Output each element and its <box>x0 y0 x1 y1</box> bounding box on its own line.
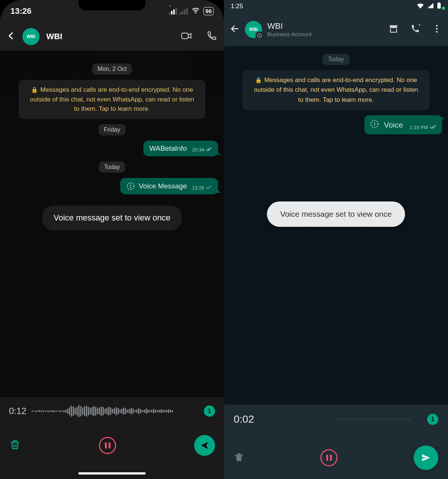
delete-recording-button[interactable] <box>234 452 244 464</box>
chat-area[interactable]: Today Messages and calls are end-to-end … <box>224 46 448 404</box>
message-time: 13:26 <box>192 185 204 191</box>
battery-icon <box>437 2 441 11</box>
voice-label: Voice Message <box>139 182 187 190</box>
view-once-icon: 1 <box>370 119 379 131</box>
chat-header: WBI WBI Business Account + <box>224 13 448 46</box>
store-button[interactable] <box>388 24 399 35</box>
cellular-signal-icon <box>427 3 434 10</box>
home-indicator[interactable] <box>78 472 146 475</box>
single-check-icon <box>205 185 212 191</box>
camera-dot <box>442 7 445 10</box>
svg-point-11 <box>436 31 438 33</box>
svg-point-10 <box>436 28 438 30</box>
waveform[interactable] <box>337 419 411 420</box>
video-call-button[interactable] <box>181 30 192 43</box>
clock: 1:25 <box>231 3 243 10</box>
back-button[interactable] <box>7 31 16 42</box>
double-check-icon <box>205 147 212 153</box>
svg-rect-4 <box>438 3 441 8</box>
message-text: WABetaInfo <box>149 144 187 153</box>
svg-text:1: 1 <box>130 184 132 188</box>
waveform[interactable] <box>32 404 199 419</box>
svg-point-0 <box>195 13 196 14</box>
voice-call-button[interactable] <box>206 30 217 43</box>
date-separator: Today <box>322 54 350 65</box>
outgoing-message[interactable]: WABetaInfo 20:34 <box>143 141 218 156</box>
view-once-toggle[interactable]: 1 <box>427 414 438 425</box>
send-button[interactable] <box>414 445 438 470</box>
view-once-icon: 1 <box>126 182 135 191</box>
avatar[interactable]: WBI <box>245 21 262 38</box>
double-check-icon <box>429 124 437 131</box>
more-options-button[interactable] <box>432 24 442 35</box>
contact-subtitle: Business Account <box>267 31 383 38</box>
avatar-label: WBI <box>249 27 258 32</box>
cellular-signal-icon <box>169 8 188 15</box>
ios-screen: 13:26 96 WBI WBI <box>0 0 224 479</box>
wifi-icon <box>417 3 424 10</box>
business-badge-icon <box>255 31 264 40</box>
outgoing-voice-message[interactable]: 1 Voice 1:19 PM <box>364 115 442 134</box>
pause-recording-button[interactable] <box>99 437 116 454</box>
contact-name[interactable]: WBI <box>267 21 383 31</box>
recording-elapsed: 0:02 <box>234 413 254 425</box>
date-separator: Today <box>99 162 125 173</box>
contact-name[interactable]: WBI <box>46 32 167 41</box>
voice-recorder-panel: 0:02 1 <box>224 404 448 479</box>
svg-text:1: 1 <box>373 121 376 126</box>
clock: 13:26 <box>10 6 31 16</box>
android-screen: 1:25 WBI WBI Business Account <box>224 0 448 479</box>
chat-header: WBI WBI <box>0 22 224 51</box>
svg-point-9 <box>436 25 438 27</box>
view-once-toggle[interactable]: 1 <box>204 406 215 417</box>
battery-indicator: 96 <box>203 7 214 15</box>
voice-recorder-panel: 0:12 1 <box>0 397 224 479</box>
date-separator: Mon, 2 Oct <box>92 63 132 75</box>
ios-notch <box>78 0 146 10</box>
svg-rect-5 <box>438 2 440 3</box>
date-separator: Friday <box>99 124 125 135</box>
message-time: 1:19 PM <box>410 125 428 130</box>
outgoing-voice-message[interactable]: 1 Voice Message 13:26 <box>120 178 218 194</box>
delete-recording-button[interactable] <box>9 439 21 452</box>
wifi-icon <box>192 6 200 16</box>
voice-label: Voice <box>384 120 403 129</box>
encryption-notice[interactable]: Messages and calls are end-to-end encryp… <box>19 80 205 119</box>
back-button[interactable] <box>230 24 240 35</box>
message-time: 20:34 <box>192 147 204 153</box>
chat-area[interactable]: Mon, 2 Oct Messages and calls are end-to… <box>0 51 224 397</box>
svg-text:+: + <box>418 24 420 28</box>
svg-rect-1 <box>182 33 189 39</box>
pause-recording-button[interactable] <box>320 449 337 466</box>
send-button[interactable] <box>194 435 215 456</box>
call-button[interactable]: + <box>410 24 420 35</box>
avatar-label: WBI <box>27 34 35 39</box>
android-status-bar: 1:25 <box>224 0 448 13</box>
recording-elapsed: 0:12 <box>9 406 27 416</box>
avatar[interactable]: WBI <box>22 28 40 45</box>
toast-notification: Voice message set to view once <box>42 206 181 230</box>
encryption-notice[interactable]: Messages and calls are end-to-end encryp… <box>243 70 429 110</box>
toast-notification: Voice message set to view once <box>267 201 405 227</box>
